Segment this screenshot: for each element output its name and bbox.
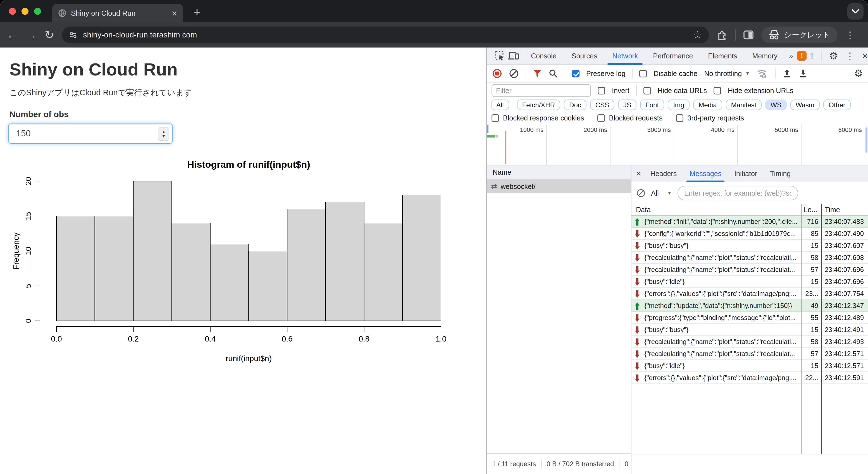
- zoom-window-button[interactable]: [34, 8, 41, 15]
- devtools-tab-elements[interactable]: Elements: [701, 48, 745, 64]
- reload-icon[interactable]: ↻: [45, 29, 54, 40]
- more-tabs-icon[interactable]: »: [785, 48, 797, 64]
- filter-chip-img[interactable]: Img: [668, 99, 689, 110]
- filter-chip-font[interactable]: Font: [640, 99, 664, 110]
- number-of-obs-input[interactable]: [8, 123, 173, 144]
- devtools-close-icon[interactable]: ×: [862, 51, 868, 61]
- filter-chip-manifest[interactable]: Manifest: [726, 99, 762, 110]
- filter-chip-media[interactable]: Media: [693, 99, 722, 110]
- number-stepper[interactable]: ▲ ▼: [158, 127, 169, 141]
- stepper-down-icon[interactable]: ▼: [162, 134, 166, 138]
- message-type-dropdown[interactable]: All ▼: [651, 189, 672, 197]
- timeline-scrollbar[interactable]: [866, 127, 867, 153]
- message-row[interactable]: {"busy":"idle"}1523:40:07.696: [631, 276, 868, 288]
- blocked-response-cookies-checkbox[interactable]: [492, 114, 499, 122]
- hide-extension-urls-checkbox[interactable]: [714, 87, 721, 94]
- message-row[interactable]: {"busy":"busy"}1523:40:12.491: [631, 324, 868, 336]
- close-detail-icon[interactable]: ×: [636, 169, 641, 179]
- search-icon[interactable]: [549, 69, 558, 78]
- devtools-tab-console[interactable]: Console: [523, 48, 564, 64]
- message-row[interactable]: {"recalculating":{"name":"plot","status"…: [631, 348, 868, 360]
- message-regex-input[interactable]: [678, 186, 798, 200]
- site-settings-icon[interactable]: [69, 30, 78, 39]
- devtools-tab-performance[interactable]: Performance: [645, 48, 701, 64]
- hide-extension-urls-label[interactable]: Hide extension URLs: [728, 87, 794, 95]
- url-text[interactable]: shiny-on-cloud-run.terashim.com: [83, 30, 688, 39]
- name-column-header[interactable]: Name: [487, 166, 631, 179]
- forward-icon[interactable]: →: [26, 29, 37, 40]
- third-party-requests-checkbox[interactable]: [676, 114, 683, 122]
- column-divider[interactable]: [802, 204, 802, 454]
- message-row[interactable]: {"config":{"workerId":"","sessionId":"b1…: [631, 228, 868, 240]
- blocked-requests-checkbox[interactable]: [597, 114, 605, 122]
- message-row[interactable]: {"recalculating":{"name":"plot","status"…: [631, 336, 868, 348]
- new-tab-button[interactable]: +: [193, 4, 201, 20]
- devtools-tab-sources[interactable]: Sources: [564, 48, 605, 64]
- invert-checkbox[interactable]: [598, 87, 605, 94]
- disable-cache-checkbox[interactable]: [639, 70, 647, 78]
- record-network-log-icon[interactable]: [492, 68, 502, 79]
- messages-grid-header[interactable]: Data Le... Time: [631, 204, 868, 216]
- detail-tab-initiator[interactable]: Initiator: [728, 166, 764, 182]
- browser-tab[interactable]: Shiny on Cloud Run ×: [52, 4, 183, 22]
- blocked-requests-label[interactable]: Blocked requests: [609, 114, 662, 122]
- preserve-log-checkbox[interactable]: [572, 70, 580, 78]
- devtools-tab-network[interactable]: Network: [604, 48, 645, 64]
- message-row[interactable]: {"recalculating":{"name":"plot","status"…: [631, 264, 868, 276]
- clear-network-log-icon[interactable]: [509, 68, 519, 79]
- blocked-response-cookies-label[interactable]: Blocked response cookies: [503, 114, 584, 122]
- message-row[interactable]: {"progress":{"type":"binding","message":…: [631, 312, 868, 324]
- import-har-icon[interactable]: [782, 68, 792, 79]
- data-column-header[interactable]: Data: [636, 204, 651, 215]
- incognito-profile-chip[interactable]: シークレット: [761, 27, 838, 43]
- devtools-tab-memory[interactable]: Memory: [745, 48, 785, 64]
- side-panel-icon[interactable]: [743, 30, 753, 39]
- detail-tab-headers[interactable]: Headers: [644, 166, 683, 182]
- inspect-element-icon[interactable]: [494, 51, 505, 61]
- filter-chip-other[interactable]: Other: [823, 99, 851, 110]
- issues-indicator[interactable]: ! 1: [797, 51, 814, 61]
- filter-funnel-icon[interactable]: [533, 69, 542, 78]
- message-row[interactable]: {"busy":"busy"}1523:40:07.607: [631, 240, 868, 252]
- network-conditions-icon[interactable]: [756, 68, 768, 79]
- message-row[interactable]: {"recalculating":{"name":"plot","status"…: [631, 252, 868, 264]
- filter-chip-js[interactable]: JS: [618, 99, 637, 110]
- length-column-header[interactable]: Le...: [804, 204, 817, 215]
- bookmark-star-icon[interactable]: ☆: [693, 29, 702, 40]
- filter-chip-fetchxhr[interactable]: Fetch/XHR: [517, 99, 560, 110]
- clear-messages-icon[interactable]: [637, 189, 645, 198]
- detail-tab-timing[interactable]: Timing: [764, 166, 797, 182]
- devtools-menu-kebab-icon[interactable]: ⋮: [845, 50, 855, 61]
- filter-chip-all[interactable]: All: [491, 99, 509, 110]
- browser-menu-kebab-icon[interactable]: ⋮: [845, 29, 855, 40]
- filter-chip-doc[interactable]: Doc: [564, 99, 587, 110]
- preserve-log-label[interactable]: Preserve log: [586, 69, 625, 78]
- filter-chip-css[interactable]: CSS: [590, 99, 614, 110]
- network-filter-input[interactable]: [492, 84, 591, 97]
- stepper-up-icon[interactable]: ▲: [162, 130, 166, 134]
- tab-search-button[interactable]: [847, 3, 864, 20]
- invert-label[interactable]: Invert: [612, 87, 629, 95]
- throttling-dropdown[interactable]: No throttling ▼: [704, 69, 750, 78]
- disable-cache-label[interactable]: Disable cache: [653, 69, 698, 78]
- url-bar[interactable]: shiny-on-cloud-run.terashim.com ☆: [62, 27, 709, 43]
- device-toolbar-icon[interactable]: [508, 51, 520, 61]
- back-icon[interactable]: ←: [7, 29, 18, 40]
- message-row[interactable]: {"errors":{},"values":{"plot":{"src":"da…: [631, 372, 868, 384]
- hide-data-urls-checkbox[interactable]: [644, 87, 651, 94]
- time-column-header[interactable]: Time: [825, 204, 840, 215]
- websocket-request-row[interactable]: ⇄ websocket/: [487, 179, 631, 194]
- close-window-button[interactable]: [9, 8, 16, 15]
- network-settings-gear-icon[interactable]: ⚙: [854, 68, 863, 79]
- extensions-icon[interactable]: [717, 30, 727, 40]
- hide-data-urls-label[interactable]: Hide data URLs: [658, 87, 707, 95]
- devtools-settings-gear-icon[interactable]: ⚙: [829, 51, 838, 61]
- export-har-icon[interactable]: [799, 68, 808, 79]
- message-row[interactable]: {"busy":"idle"}1523:40:12.571: [631, 360, 868, 372]
- message-row[interactable]: {"errors":{},"values":{"plot":{"src":"da…: [631, 288, 868, 300]
- column-divider[interactable]: [821, 204, 822, 454]
- filter-chip-ws[interactable]: WS: [765, 99, 787, 110]
- network-overview-timeline[interactable]: 1000 ms2000 ms3000 ms4000 ms5000 ms6000 …: [487, 125, 868, 166]
- filter-chip-wasm[interactable]: Wasm: [790, 99, 820, 110]
- tab-close-icon[interactable]: ×: [172, 9, 177, 18]
